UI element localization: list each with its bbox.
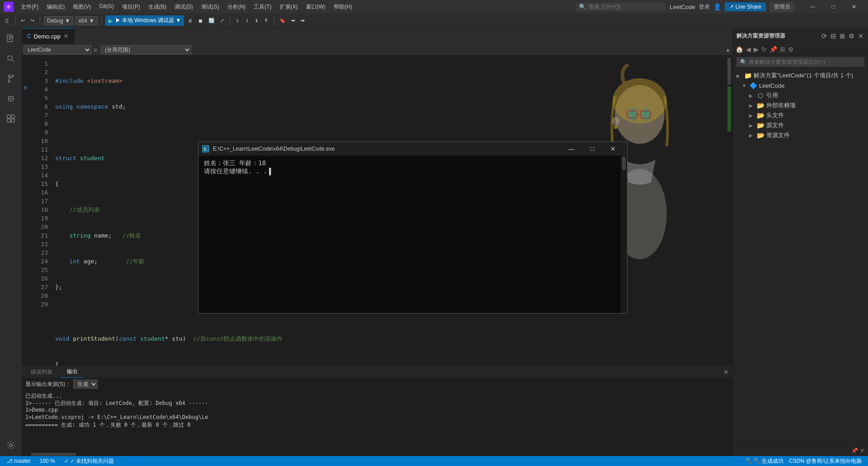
toolbar-new-btn[interactable]: 🗋 [3, 17, 11, 24]
toolbar-bookmark3[interactable]: ➡ [299, 17, 307, 24]
editor-content[interactable]: ⊟ 1 2 3 4 5 6 7 8 9 10 11 12 13 14 15 16 [22, 56, 732, 366]
activity-settings[interactable] [2, 436, 20, 454]
prop-pin-btn[interactable]: 📌 [851, 447, 858, 454]
toolbar-bookmark[interactable]: 🔖 [278, 17, 288, 24]
menu-debug[interactable]: 调试(D) [171, 1, 197, 13]
admin-button[interactable]: 管理员 [769, 2, 795, 12]
status-zoom[interactable]: 100 % [37, 456, 58, 466]
menu-extensions[interactable]: 扩展(X) [276, 1, 302, 13]
h-scrollbar-thumb[interactable] [31, 453, 76, 456]
console-scrollbar[interactable] [621, 156, 627, 313]
watermark-text: CSDN @鲁斯/让系来指向电脑 [789, 457, 862, 465]
menu-git[interactable]: Git(G) [95, 1, 118, 13]
menu-project[interactable]: 项目(P) [118, 1, 144, 13]
tree-solution[interactable]: ▶ 📁 解决方案"LeetCode"(1 个项目/共 1 个) [733, 71, 868, 81]
editor-area: C Demo.cpp ✕ LeetCode ▶ (全局范围) ▲ [22, 28, 732, 456]
se-settings-btn[interactable]: ⚙ [848, 32, 855, 41]
menu-test[interactable]: 测试(S) [198, 1, 223, 13]
se-pin-btn[interactable]: 📌 [769, 45, 778, 54]
console-maximize-btn[interactable]: □ [582, 142, 603, 156]
toolbar-redo[interactable]: ↪ [28, 17, 36, 24]
output-source-select[interactable]: 生成 [73, 380, 98, 389]
no-issues-text: ✓ 未找到相关问题 [70, 457, 114, 465]
activity-git[interactable] [2, 70, 20, 88]
platform-dropdown[interactable]: x64 ▼ [75, 16, 97, 25]
console-icon: E [202, 145, 209, 152]
status-no-issues[interactable]: ✓ ✓ 未找到相关问题 [61, 456, 117, 466]
console-line-2: 请按任意键继续. . . ▌ [204, 167, 622, 176]
login-text[interactable]: 登录 [699, 3, 710, 11]
vertical-scrollbar[interactable] [726, 56, 732, 366]
project-dropdown[interactable]: LeetCode [24, 45, 91, 54]
tree-headers[interactable]: ▶ 📂 头文件 [733, 110, 868, 120]
menu-analyze[interactable]: 分析(N) [224, 1, 250, 13]
menu-build[interactable]: 生成(B) [145, 1, 170, 13]
activity-explorer[interactable] [2, 30, 20, 48]
toolbar-btn-5[interactable]: ⤹ [234, 17, 241, 24]
console-minimize-btn[interactable]: — [561, 142, 582, 156]
status-git[interactable]: ⎇ master [4, 456, 33, 466]
search-input[interactable] [589, 4, 652, 10]
status-bar: ⎇ master 100 % ✓ ✓ 未找到相关问题 🔨 🔨 生成成功 CSDN… [0, 456, 868, 466]
activity-debug[interactable] [2, 90, 20, 108]
menu-view[interactable]: 视图(V) [69, 1, 94, 13]
close-button[interactable]: ✕ [844, 0, 864, 14]
console-close-btn[interactable]: ✕ [603, 142, 623, 156]
tree-references[interactable]: ▶ ⬡ 引用 [733, 90, 868, 100]
minimize-button[interactable]: — [802, 0, 823, 14]
prop-close-btn[interactable]: ✕ [860, 447, 864, 454]
tree-source[interactable]: ▶ 📂 源文件 [733, 120, 868, 130]
se-sync-btn[interactable]: ⟳ [821, 32, 828, 41]
tab-close-btn[interactable]: ✕ [63, 33, 69, 40]
toolbar-btn-8[interactable]: ↟ [262, 17, 270, 24]
menu-file[interactable]: 文件(F) [17, 1, 42, 13]
status-build-success[interactable]: 🔨 🔨 生成成功 [743, 456, 786, 466]
run-debugger-button[interactable]: ▶ ▶ 本地 Windows 调试器 ▼ [105, 15, 184, 26]
tree-resources[interactable]: ▶ 📂 资源文件 [733, 130, 868, 140]
window-controls: — □ ✕ [802, 0, 864, 14]
se-search[interactable]: 🔍 [736, 57, 864, 67]
platform-arrow: ▼ [89, 18, 94, 24]
horizontal-scrollbar[interactable] [22, 452, 732, 456]
menu-tools[interactable]: 工具(T) [250, 1, 275, 13]
se-collapse-btn[interactable]: ⊟ [830, 32, 837, 41]
svg-rect-16 [7, 115, 10, 118]
tree-external-deps[interactable]: ▶ 📂 外部依赖项 [733, 100, 868, 110]
toolbar-undo[interactable]: ↩ [19, 17, 27, 24]
search-box[interactable]: 🔍 [576, 3, 666, 11]
se-home-btn[interactable]: 🏠 [735, 45, 744, 54]
se-filter-btn[interactable]: ⊞ [839, 32, 846, 41]
menu-help[interactable]: 帮助(H) [330, 1, 356, 13]
se-forward-btn[interactable]: ▶ [753, 45, 760, 54]
toolbar-btn-7[interactable]: ↡ [253, 17, 260, 24]
live-share-button[interactable]: ↗ Live Share [725, 2, 766, 11]
activity-search[interactable] [2, 50, 20, 68]
tab-democpp[interactable]: C Demo.cpp ✕ [22, 28, 75, 44]
collapse-btn[interactable]: ▲ [725, 47, 731, 53]
tab-error-list[interactable]: 错误列表 [25, 366, 58, 378]
live-share-label: Live Share [736, 4, 761, 10]
toolbar-btn-1[interactable]: ⏸ [186, 17, 194, 24]
se-search-input[interactable] [749, 59, 861, 65]
toolbar-bookmark2[interactable]: ⬅ [289, 17, 297, 24]
maximize-button[interactable]: □ [823, 0, 844, 14]
toolbar-btn-3[interactable]: 🔄 [207, 17, 217, 24]
scrollbar-thumb[interactable] [727, 57, 731, 85]
se-settings2-btn[interactable]: ⚙ [787, 45, 795, 54]
toolbar-btn-6[interactable]: ⤸ [243, 17, 251, 24]
console-scrollbar-thumb[interactable] [622, 157, 626, 170]
toolbar-btn-2[interactable]: ⏹ [196, 17, 205, 24]
activity-extensions[interactable] [2, 109, 20, 128]
se-more-btn[interactable]: ⊞ [779, 45, 786, 54]
se-refresh-btn[interactable]: ↻ [760, 45, 768, 54]
se-close-btn[interactable]: ✕ [857, 32, 864, 41]
tree-project[interactable]: ▼ 🔷 LeetCode [733, 81, 868, 90]
debug-config-dropdown[interactable]: Debug ▼ [44, 16, 73, 25]
menu-window[interactable]: 窗口(W) [302, 1, 329, 13]
bottom-panel-collapse[interactable]: ✕ [723, 368, 729, 376]
toolbar-btn-4[interactable]: ⤢ [218, 17, 226, 24]
scope-dropdown[interactable]: (全局范围) [101, 45, 191, 54]
menu-edit[interactable]: 编辑(E) [43, 1, 68, 13]
tab-output[interactable]: 输出 [61, 366, 83, 378]
se-back-btn[interactable]: ◀ [745, 45, 752, 54]
